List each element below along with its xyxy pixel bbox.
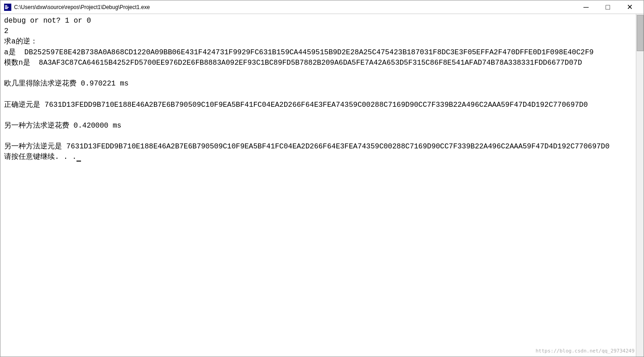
console-line-7: 欧几里得除法求逆花费 0.970221 ms bbox=[4, 80, 129, 88]
console-line-2: 2 bbox=[4, 27, 9, 35]
console-line-13: 另一种方法逆元是 7631D13FEDD9B710E188E46A2B7E6B7… bbox=[4, 143, 610, 151]
window-controls: ─ □ ✕ bbox=[576, 0, 640, 14]
window-title: C:\Users\dxw\source\repos\Project1\Debug… bbox=[14, 4, 576, 10]
console-line-11: 另一种方法求逆花费 0.420000 ms bbox=[4, 122, 121, 130]
scrollbar-thumb[interactable] bbox=[637, 15, 644, 51]
minimize-button[interactable]: ─ bbox=[576, 0, 596, 14]
cmd-icon bbox=[4, 4, 11, 11]
console-line-14: 请按任意键继续. . . bbox=[4, 153, 76, 161]
svg-rect-1 bbox=[5, 5, 7, 6]
close-button[interactable]: ✕ bbox=[619, 0, 640, 14]
svg-rect-2 bbox=[5, 7, 9, 8]
main-window: C:\Users\dxw\source\repos\Project1\Debug… bbox=[0, 0, 644, 357]
svg-rect-3 bbox=[5, 8, 8, 9]
console-area: debug or not? 1 or 0 2 求a的逆： a是 DB252597… bbox=[0, 14, 644, 357]
maximize-button[interactable]: □ bbox=[597, 0, 618, 14]
console-output: debug or not? 1 or 0 2 求a的逆： a是 DB252597… bbox=[0, 14, 636, 357]
console-line-9: 正确逆元是 7631D13FEDD9B710E188E46A2B7E6B7905… bbox=[4, 101, 588, 109]
console-line-3: 求a的逆： bbox=[4, 38, 38, 46]
console-line-4: a是 DB252597E8E42B738A0A868CD1220A09BB06E… bbox=[4, 48, 594, 57]
console-line-1: debug or not? 1 or 0 bbox=[4, 17, 91, 25]
console-line-5: 模数n是 8A3AF3C87CA64615B4252FD5700EE976D2E… bbox=[4, 59, 582, 67]
cursor bbox=[76, 161, 81, 162]
scrollbar[interactable] bbox=[636, 14, 644, 357]
watermark: https://blog.csdn.net/qq_29734249 bbox=[535, 348, 634, 354]
title-bar: C:\Users\dxw\source\repos\Project1\Debug… bbox=[0, 0, 644, 14]
